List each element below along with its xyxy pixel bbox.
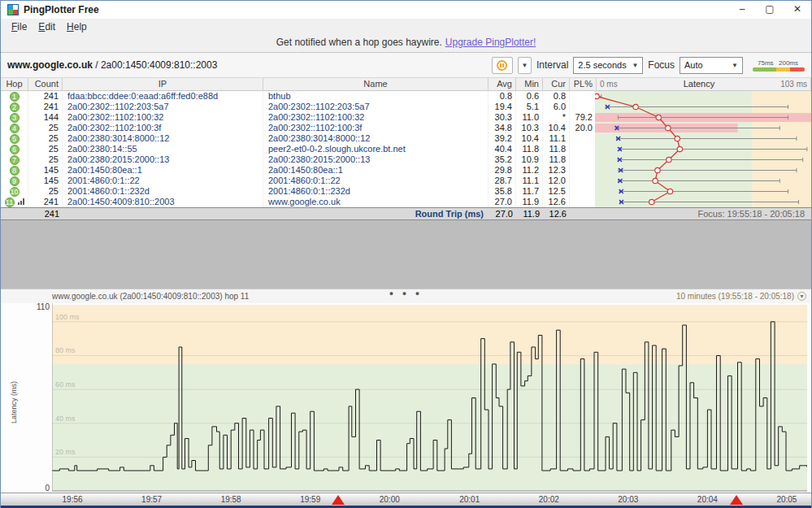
cur-cell: 12.0 [543,176,570,186]
cur-cell: * [543,112,570,123]
collapse-chevron-icon[interactable]: ▼ [797,292,806,301]
name-cell: 2001:4860:0:1::22 [263,176,489,186]
name-cell: 2a00:2380:3014:8000::12 [263,133,489,144]
cur-cell: 11.8 [543,154,570,165]
target-ip: 2a00:1450:4009:810::2003 [101,59,217,71]
time-tick-label: 20:05 [776,495,797,504]
cur-cell: 11.1 [543,133,570,144]
header-hop[interactable]: Hop [1,78,28,90]
timeline-y-axis: 110 Latency (ms) 0 [1,303,52,493]
focus-select[interactable]: Auto ▼ [680,57,743,74]
avg-cell: 29.8 [489,165,516,176]
hop-table-body: 1241fdaa:bbcc:ddee:0:eaad:a6ff:fed0:e88d… [1,91,811,207]
round-trip-label: Round Trip (ms) [263,208,489,219]
pause-button[interactable] [492,57,513,74]
latency-axis-min: 0 ms [600,78,618,90]
count-cell: 241 [28,102,63,112]
hop-number-badge: 10 [10,187,20,197]
hop-number-badge: 2 [10,102,20,112]
svg-text:20 ms: 20 ms [55,448,76,456]
cur-cell: 0.8 [543,91,570,102]
min-cell: 11.1 [516,176,543,186]
hop-number-cell: 5 [1,133,28,144]
name-cell: 2001:4860:0:1::232d [263,186,489,197]
name-cell: 2a00:1450:80ea::1 [263,165,489,176]
y-axis-min: 0 [45,484,50,493]
name-cell: bthub [263,91,489,102]
header-cur[interactable]: Cur [543,78,570,90]
timeline-chart-area: 110 Latency (ms) 0 20 ms40 ms60 ms80 ms1… [1,303,811,493]
legend-gradient-bar [753,67,805,72]
count-cell: 241 [28,91,63,102]
cur-cell: 12.6 [543,197,570,207]
round-trip-row[interactable]: 241 Round Trip (ms) 27.0 11.9 12.6 Focus… [1,207,811,220]
maximize-button[interactable]: ▢ [756,1,784,19]
interval-select[interactable]: 2.5 seconds ▼ [573,57,643,74]
header-count[interactable]: Count [28,78,63,90]
pause-dropdown-button[interactable]: ▼ [518,57,532,74]
focus-value: Auto [684,60,703,70]
menu-edit[interactable]: Edit [33,21,61,33]
time-tick-label: 19:58 [221,495,241,504]
svg-text:60 ms: 60 ms [55,380,76,389]
min-cell: 11.2 [516,165,543,176]
focus-label: Focus [648,59,675,71]
count-cell: 145 [28,176,63,186]
chevron-down-icon: ▼ [727,62,742,69]
ip-cell: 2001:4860:0:1::232d [63,186,263,197]
pane-splitter[interactable]: ● ● ● [389,289,423,297]
header-name[interactable]: Name [263,78,489,90]
svg-text:40 ms: 40 ms [55,415,76,423]
ip-cell: 2a00:2380:2015:2000::13 [63,154,263,165]
count-cell: 144 [28,112,63,123]
event-marker-triangle[interactable] [332,495,345,505]
timeline-range-label: 10 minutes (19:55:18 - 20:05:18) [676,292,794,301]
target-separator: / [93,59,101,71]
focus-range-text: Focus: 19:55:18 - 20:05:18 [597,208,811,219]
ip-cell: 2a00:2302::1102:203:5a7 [63,102,263,112]
interval-value: 2.5 seconds [578,60,626,70]
latency-axis-title: Latency [684,78,715,90]
min-cell: 11.7 [516,186,543,197]
hop-latency-chart[interactable] [595,91,811,207]
minimize-button[interactable]: – [728,1,756,19]
ip-cell: 2a00:2302::1102:100:32 [63,112,263,123]
event-marker-triangle[interactable] [730,495,743,505]
ip-cell: 2a00:2380:3014:8000::12 [63,133,263,144]
count-cell: 25 [28,186,63,197]
hop-number-cell: 6 [1,144,28,154]
timeline-x-axis[interactable]: 19:5619:5719:5819:5920:0020:0120:0220:03… [1,493,811,506]
pl-cell: 20.0 [570,123,597,133]
app-icon [7,4,19,15]
header-ip[interactable]: IP [63,78,263,90]
cur-cell: 10.4 [543,123,570,133]
min-cell: 10.4 [516,133,543,144]
ip-cell: 2a00:1450:4009:810::2003 [63,197,263,207]
time-tick-label: 20:00 [380,495,400,504]
count-cell: 145 [28,165,63,176]
count-cell: 25 [28,154,63,165]
pl-cell [570,144,597,154]
svg-text:100 ms: 100 ms [55,313,80,321]
latency-axis-max: 103 ms [780,78,807,90]
min-cell: 10.3 [516,123,543,133]
menu-help[interactable]: Help [61,21,93,33]
upgrade-link[interactable]: Upgrade PingPlotter! [445,37,536,48]
name-cell: 2a00:2302::1102:100:32 [263,112,489,123]
header-latency[interactable]: 0 ms Latency 103 ms [597,78,811,90]
time-tick-label: 20:01 [459,495,480,504]
header-pl[interactable]: PL% [570,78,597,90]
upgrade-banner: Get notified when a hop goes haywire.Upg… [1,35,811,51]
header-min[interactable]: Min [516,78,543,90]
ip-cell: 2a00:2302::1102:100:3f [63,123,263,133]
close-button[interactable]: ✕ [784,1,811,19]
menu-file[interactable]: File [6,21,33,33]
header-avg[interactable]: Avg [489,78,516,90]
hop-number-badge: 9 [10,176,20,186]
ip-cell: 2a00:2380:14::55 [63,144,263,154]
timeline-chart[interactable]: 20 ms40 ms60 ms80 ms100 ms [52,303,807,493]
round-trip-cur: 12.6 [543,208,570,219]
avg-cell: 34.8 [489,123,516,133]
app-window: PingPlotter Free – ▢ ✕ FileEditHelp Get … [0,0,812,508]
cur-cell: 12.5 [543,186,570,197]
